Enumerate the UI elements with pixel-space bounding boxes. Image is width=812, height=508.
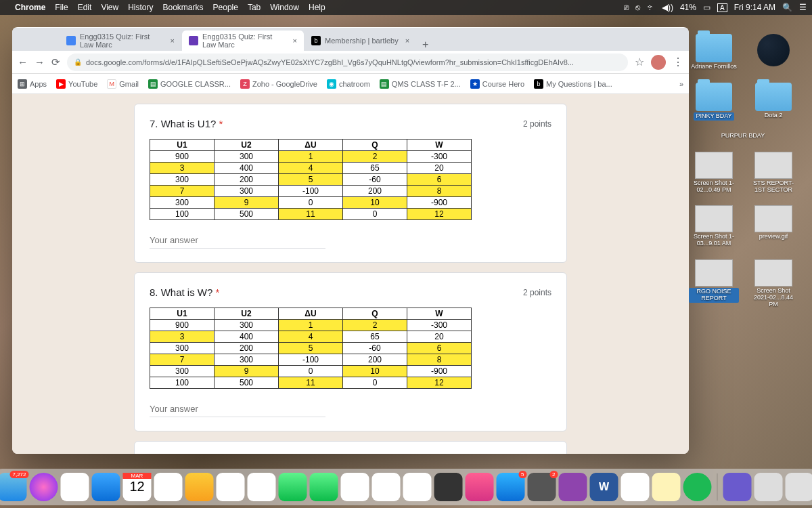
question-title: 7. What is U1? * (150, 118, 223, 129)
question-card-7: 7. What is U1? * 2 points U1U2ΔUQW900300… (134, 104, 567, 263)
tab-favicon: b (311, 36, 321, 45)
close-tab-icon[interactable]: × (293, 37, 297, 45)
data-table-q7: U1U2ΔUQW90030012-3003400465203002005-606… (150, 139, 472, 220)
generic-app-icon[interactable] (559, 473, 587, 501)
bookmark-item[interactable]: ▶YouTube (56, 79, 97, 89)
question-points: 2 points (523, 119, 551, 129)
desktop-file[interactable]: STS REPORT-1ST SECTOR (748, 152, 798, 194)
steam-icon[interactable] (748, 34, 798, 70)
photos-icon[interactable] (217, 473, 245, 501)
menu-help[interactable]: Help (309, 3, 325, 12)
desktop-file[interactable]: Screen Shot 1-02...0.49 PM (689, 152, 739, 194)
finder-icon[interactable]: 7,272 (0, 473, 27, 501)
desktop-file[interactable]: preview.gif (748, 205, 798, 247)
question-card-8: 8. What is W? * 2 points U1U2ΔUQW9003001… (134, 272, 567, 431)
menu-file[interactable]: File (55, 3, 68, 12)
desktop-file[interactable]: Screen Shot 1-03...9.01 AM (689, 205, 739, 247)
control-center-icon[interactable]: ☰ (799, 3, 807, 12)
battery-pct[interactable]: 41% (680, 3, 696, 12)
menu-edit[interactable]: Edit (78, 3, 92, 12)
system-prefs-icon[interactable]: 2 (528, 473, 556, 501)
menu-people[interactable]: People (213, 3, 238, 12)
stickies-icon[interactable] (652, 473, 681, 501)
activity-monitor-icon[interactable] (434, 473, 463, 501)
menu-bookmarks[interactable]: Bookmarks (163, 3, 204, 12)
word-icon[interactable]: W (590, 473, 618, 501)
close-tab-icon[interactable]: × (405, 37, 409, 45)
bookmarks-overflow[interactable]: » (679, 80, 683, 88)
forward-button[interactable]: → (35, 56, 45, 68)
facetime-icon[interactable] (310, 473, 338, 501)
url-input[interactable]: 🔒 docs.google.com/forms/d/e/1FAIpQLSefti… (67, 54, 628, 71)
bookmark-item[interactable]: ▤GOOGLE CLASSR... (148, 79, 231, 89)
tab-favicon (66, 36, 76, 45)
bookmark-item[interactable]: ★Course Hero (470, 79, 524, 89)
desktop-folder[interactable]: Dota 2 (748, 83, 798, 121)
answer-input-q8[interactable] (150, 401, 325, 417)
desktop-file[interactable]: RGO NOISE REPORT (689, 259, 739, 308)
menu-view[interactable]: View (101, 3, 118, 12)
address-bar: ← → ⟳ 🔒 docs.google.com/forms/d/e/1FAIpQ… (12, 51, 689, 74)
launchpad-icon[interactable] (61, 473, 89, 501)
menu-window[interactable]: Window (270, 3, 299, 12)
spotlight-icon[interactable]: 🔍 (782, 3, 792, 12)
desktop-folder[interactable]: PINKY BDAY (689, 83, 739, 121)
photobooth-icon[interactable] (341, 473, 369, 501)
downloads-icon[interactable] (723, 473, 752, 501)
music-icon[interactable] (466, 473, 494, 501)
safari-icon[interactable] (92, 473, 120, 501)
bookmark-item[interactable]: bMy Questions | ba... (534, 79, 612, 89)
desktop-folder[interactable]: Adriane Fornillos (689, 34, 739, 70)
chrome-menu-icon[interactable]: ⋮ (673, 56, 683, 68)
volume-icon[interactable]: ◀)) (662, 3, 673, 12)
data-table-q8: U1U2ΔUQW90030012-3003400465203002005-606… (150, 308, 472, 389)
bookmark-item[interactable]: ▤QMS CLASS T-F 2... (380, 79, 461, 89)
app-name[interactable]: Chrome (15, 3, 45, 12)
bookmark-star-icon[interactable]: ☆ (635, 56, 644, 68)
trash-icon[interactable] (786, 473, 813, 501)
screen-mirror-icon[interactable]: ⎚ (624, 3, 629, 12)
close-tab-icon[interactable]: × (171, 37, 175, 45)
bookmarks-bar: ⊞Apps ▶YouTube MGmail ▤GOOGLE CLASSR... … (12, 74, 689, 94)
spotify-icon[interactable] (683, 473, 712, 501)
browser-tab[interactable]: Engg0315 Quiz: First Law Marc × (60, 30, 181, 51)
desktop-label: PURPUR BDAY (689, 133, 797, 140)
siri-icon[interactable] (30, 473, 58, 501)
reminders-icon[interactable] (154, 473, 183, 501)
notes-icon[interactable] (185, 473, 214, 501)
reload-button[interactable]: ⟳ (51, 56, 60, 68)
browser-tab[interactable]: b Membership | bartleby × (304, 30, 416, 51)
maps-icon[interactable] (248, 473, 276, 501)
question-points: 2 points (523, 288, 551, 297)
pages-icon[interactable] (403, 473, 432, 501)
desktop-file[interactable]: Screen Shot 2021-02...8.44 PM (748, 259, 798, 308)
chrome-icon[interactable] (621, 473, 650, 501)
calendar-icon[interactable]: MAR12 (123, 473, 152, 501)
bookmark-item[interactable]: MGmail (107, 79, 139, 89)
appstore-icon[interactable]: 5 (497, 473, 525, 501)
numbers-icon[interactable] (372, 473, 401, 501)
mac-dock: 7,272 MAR12 5 2 W (0, 469, 812, 505)
required-asterisk: * (216, 287, 220, 298)
dock-divider (717, 473, 718, 501)
messages-icon[interactable] (279, 473, 307, 501)
menu-history[interactable]: History (128, 3, 153, 12)
battery-icon[interactable]: ▭ (703, 3, 710, 12)
page-content[interactable]: 7. What is U1? * 2 points U1U2ΔUQW900300… (12, 94, 689, 454)
profile-avatar[interactable] (651, 55, 666, 70)
bookmark-item[interactable]: ZZoho - GoogleDrive (240, 79, 317, 89)
browser-tab-active[interactable]: Engg0315 Quiz: First Law Marc × (182, 30, 304, 51)
clock[interactable]: Fri 9:14 AM (734, 3, 775, 12)
apps-button[interactable]: ⊞Apps (18, 79, 47, 89)
bluetooth-icon[interactable]: ⎋ (635, 3, 640, 12)
wifi-icon[interactable]: ᯤ (647, 3, 655, 12)
answer-input-q7[interactable] (150, 232, 325, 249)
new-tab-button[interactable]: + (417, 39, 434, 51)
menu-tab[interactable]: Tab (248, 3, 261, 12)
input-source[interactable]: A (717, 3, 727, 12)
question-card-9: 9. What is U2? * 2 points (134, 441, 567, 454)
bookmark-item[interactable]: ◉chatroom (327, 79, 370, 89)
chrome-window: Engg0315 Quiz: First Law Marc × Engg0315… (12, 27, 689, 454)
back-button[interactable]: ← (18, 56, 28, 68)
folder-stack-icon[interactable] (754, 473, 783, 501)
